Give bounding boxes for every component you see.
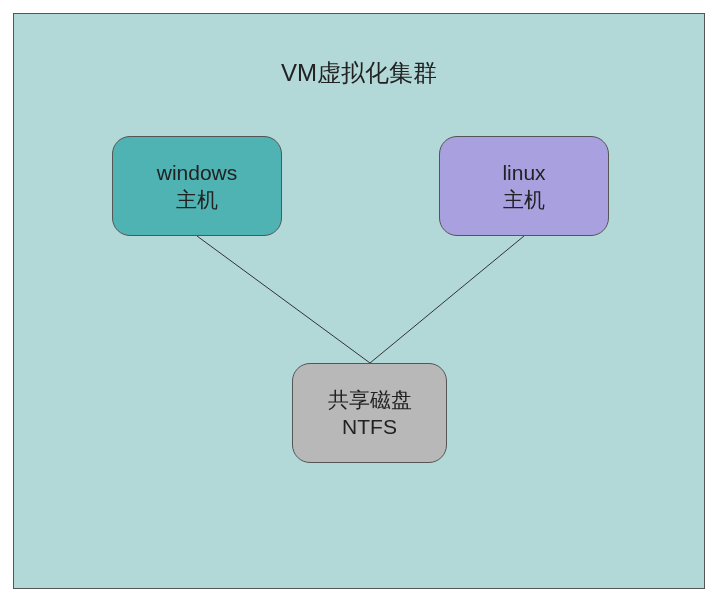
node-linux-label-1: linux <box>502 159 545 186</box>
node-disk-label-1: 共享磁盘 <box>328 386 412 413</box>
line-windows-to-disk <box>197 236 370 363</box>
diagram-container: VM虚拟化集群 windows 主机 linux 主机 共享磁盘 NTFS <box>13 13 705 589</box>
node-windows-label-2: 主机 <box>176 186 218 213</box>
node-linux-host: linux 主机 <box>439 136 609 236</box>
node-windows-host: windows 主机 <box>112 136 282 236</box>
diagram-title: VM虚拟化集群 <box>14 57 704 89</box>
node-shared-disk: 共享磁盘 NTFS <box>292 363 447 463</box>
node-linux-label-2: 主机 <box>503 186 545 213</box>
node-disk-label-2: NTFS <box>342 413 397 440</box>
node-windows-label-1: windows <box>157 159 238 186</box>
connector-lines <box>14 14 706 590</box>
line-linux-to-disk <box>370 236 524 363</box>
